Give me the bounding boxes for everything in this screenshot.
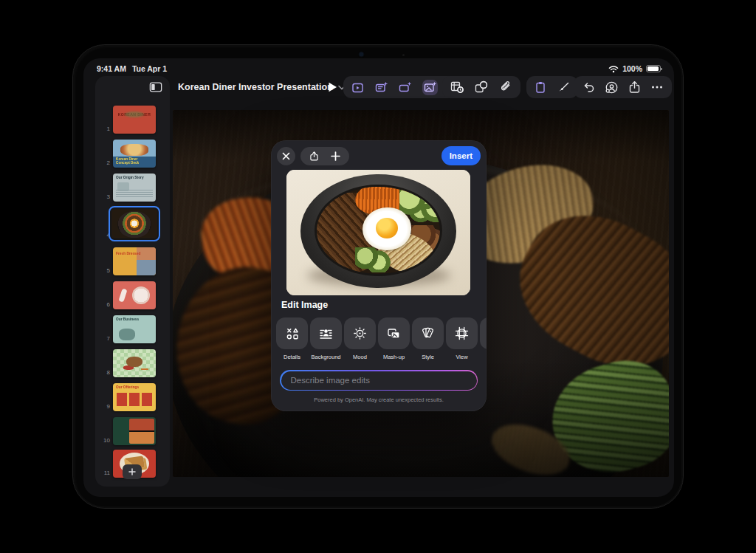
slide-row-4: 4 [95,206,170,243]
edit-image-heading: Edit Image [281,300,328,310]
add-slide-icon[interactable] [351,81,364,94]
mashup-icon [378,317,410,349]
table-icon[interactable] [450,80,464,94]
shapes-icon[interactable] [475,80,488,94]
add-slide-button[interactable] [123,464,142,479]
share-icon[interactable] [628,80,641,94]
sidebar-toggle-icon[interactable] [149,81,162,93]
format-brush-icon[interactable] [557,81,570,94]
add-shape-icon[interactable] [399,81,411,94]
collaborate-icon[interactable] [605,80,619,95]
tool-partial[interactable] [480,317,487,360]
tool-view[interactable]: View [446,317,478,360]
slide-row-3: 3 Our Origin Story [95,174,170,202]
slide-thumbnail-4-selected[interactable] [111,209,157,238]
slide-thumbnail-9[interactable]: Our Offerings [113,383,156,411]
wifi-icon [608,65,619,73]
tool-mood[interactable]: Mood [344,317,376,360]
undo-icon[interactable] [582,80,595,94]
slide-row-6: 6 [95,281,170,309]
battery-percent: 100% [622,64,642,73]
slide-thumbnail-2[interactable]: Korean Diner Concept Deck [113,140,156,168]
front-camera [360,52,363,56]
ipad-device-frame: 9:41 AM Tue Apr 1 100% [72,44,684,509]
popup-actions-pill [300,147,349,165]
slide-row-2: 2 Korean Diner Concept Deck [95,140,170,168]
prompt-input[interactable] [289,375,469,385]
play-button[interactable] [327,76,338,98]
status-time: 9:41 AM [97,64,126,73]
tool-background[interactable]: Background [310,317,342,360]
image-edit-popup: Insert [271,140,487,411]
generated-image-preview[interactable] [286,170,470,295]
edit-tools-row: Details Background [271,317,487,360]
status-bar: 9:41 AM Tue Apr 1 100% [83,63,674,76]
mood-icon [344,317,376,349]
actions-toolbar-group [574,76,672,98]
slide-row-10: 10 [95,417,170,445]
battery-icon [646,65,661,72]
more-icon[interactable] [650,80,664,94]
style-icon [412,317,444,349]
status-date: Tue Apr 1 [132,64,167,73]
format-toolbar-group [526,76,578,98]
new-image-plus-icon[interactable] [331,151,340,161]
selected-slide-outline [109,206,160,241]
attachment-icon[interactable] [499,80,512,94]
slide-thumbnail-1[interactable]: Korean Diner [113,106,156,134]
stage: 9:41 AM Tue Apr 1 100% [0,0,756,553]
screen: 9:41 AM Tue Apr 1 100% [83,58,674,497]
slide-thumbnail-7[interactable]: Our Business [113,315,156,343]
background-icon [310,317,342,349]
insert-button[interactable]: Insert [441,146,481,165]
slide-row-7: 7 Our Business [95,315,170,343]
details-icon [276,317,308,349]
export-icon[interactable] [309,151,319,162]
ambient-sensor [402,54,405,56]
slide-row-9: 9 Our Offerings [95,383,170,411]
prompt-field[interactable] [281,371,477,390]
tool-mashup[interactable]: Mash-up [378,317,410,360]
slide-thumbnail-5[interactable]: Fresh Dressed [113,247,156,275]
view-icon [446,317,478,349]
object-toolbar-group [442,76,520,98]
slide-number: 1 [98,126,110,132]
paste-icon[interactable] [535,81,546,94]
document-title[interactable]: Korean Diner Investor Presentation [178,76,346,98]
tool-style[interactable]: Style [412,317,444,360]
slide-row-1: 1 Korean Diner [95,106,170,134]
slide-thumbnail-3[interactable]: Our Origin Story [113,174,156,202]
popup-header: Insert [277,146,481,165]
toolbar: Korean Diner Investor Presentation [83,76,674,101]
slide-thumbnail-10[interactable] [113,417,156,445]
slide-navigator: 1 Korean Diner 2 Korean Diner Concept De… [95,76,170,487]
slide-thumbnail-6[interactable] [113,281,156,309]
openai-disclaimer: Powered by OpenAI. May create unexpected… [271,396,487,403]
tool-details[interactable]: Details [276,317,308,360]
prompt-field-border [280,370,478,391]
close-button[interactable] [277,147,295,165]
slide-row-8: 8 [95,349,170,377]
add-media-icon[interactable] [422,80,438,95]
add-text-icon[interactable] [375,81,388,94]
slide-row-5: 5 Fresh Dressed [95,247,170,275]
slide-thumbnail-8[interactable] [113,349,156,377]
